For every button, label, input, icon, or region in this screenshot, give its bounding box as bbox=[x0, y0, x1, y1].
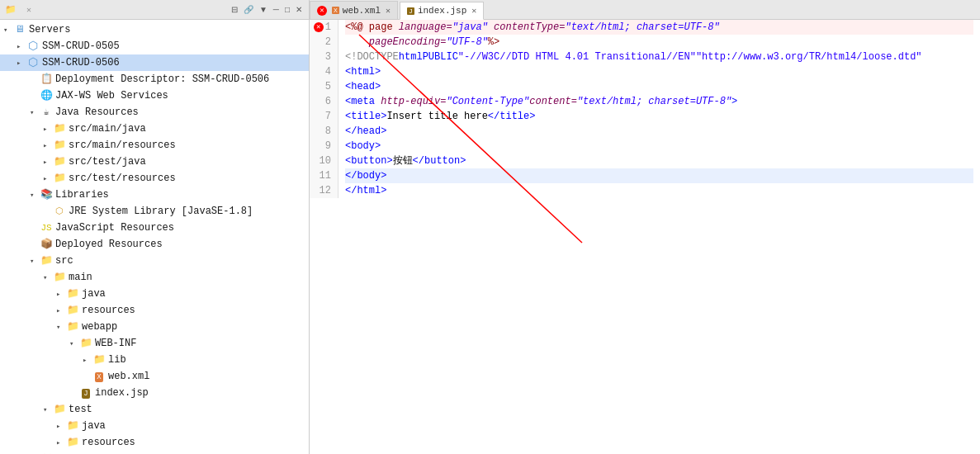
code-line-12: </html> bbox=[345, 183, 973, 198]
tree-item-label: src/test/resources bbox=[69, 173, 176, 184]
line-number-10: 10 bbox=[313, 154, 334, 168]
tree-item-web-xml[interactable]: Xweb.xml bbox=[0, 368, 309, 385]
html-close-tag: </html> bbox=[345, 183, 386, 198]
tree-item-src-test-java[interactable]: ▸📁src/test/java bbox=[0, 154, 309, 170]
tree-item-label: Java Resources bbox=[55, 106, 139, 118]
tree-item-label: webapp bbox=[82, 321, 117, 333]
doctype-comment: <!DOCTYPE bbox=[345, 50, 399, 64]
tree-item-label: resources bbox=[82, 305, 135, 316]
code-line-9: <body> bbox=[345, 139, 973, 154]
tree-item-icon-folder: 📁 bbox=[53, 139, 66, 152]
panel-toolbar: ⊟ 🔗 ▼ ─ □ ✕ bbox=[230, 5, 304, 15]
tree-item-js-resources[interactable]: JSJavaScript Resources bbox=[0, 220, 309, 236]
tree-item-index-jsp[interactable]: Jindex.jsp bbox=[0, 385, 309, 401]
tree-item-icon-deploy: 📋 bbox=[40, 73, 53, 86]
tree-expand-arrow: ▾ bbox=[43, 273, 53, 282]
tree-item-label: src/main/resources bbox=[69, 140, 176, 151]
tree-item-label: src/main/java bbox=[69, 123, 146, 135]
tree-item-test-java[interactable]: ▸📁java bbox=[0, 418, 309, 434]
code-line-4: <html> bbox=[345, 64, 973, 79]
minimize-button[interactable]: ─ bbox=[272, 5, 281, 15]
code-lines: <%@ page language="java" contentType="te… bbox=[339, 20, 980, 198]
tree-item-label: SSM-CRUD-0506 bbox=[42, 57, 120, 69]
tree-item-icon-folder: 📁 bbox=[79, 337, 92, 350]
tree-item-test[interactable]: ▾📁test bbox=[0, 401, 309, 418]
tab-close-button[interactable]: ✕ bbox=[386, 6, 391, 16]
tree-item-icon-xml: X bbox=[92, 370, 106, 383]
tree-expand-arrow: ▸ bbox=[83, 356, 92, 365]
panel-close-icon: ✕ bbox=[26, 5, 31, 15]
menu-button[interactable]: ▼ bbox=[258, 5, 269, 15]
tree-item-icon-folder: 📁 bbox=[53, 172, 66, 185]
tree-item-ssm-0506[interactable]: ▸⬡SSM-CRUD-0506 bbox=[0, 54, 309, 71]
tree-item-label: SSM-CRUD-0505 bbox=[42, 40, 120, 52]
tree-item-web-inf[interactable]: ▾📁WEB-INF bbox=[0, 335, 309, 352]
line-number-8: 8 bbox=[313, 124, 334, 139]
tree-item-deployment-descriptor[interactable]: 📋Deployment Descriptor: SSM-CRUD-0506 bbox=[0, 71, 309, 87]
tree-item-label: java bbox=[82, 288, 106, 300]
line-error-badge: ✕ bbox=[314, 22, 324, 32]
head-close-tag: </head> bbox=[345, 124, 386, 139]
tree-item-label: src/test/java bbox=[69, 156, 146, 168]
line-number-2: 2 bbox=[313, 35, 334, 50]
tree-item-icon-folder: 📁 bbox=[53, 155, 66, 168]
tree-item-label: index.jsp bbox=[95, 387, 149, 399]
maximize-button[interactable]: □ bbox=[283, 5, 291, 15]
attr-page-encoding: pageEncoding="UTF-8" bbox=[345, 35, 488, 50]
collapse-all-button[interactable]: ⊟ bbox=[230, 5, 239, 15]
tree-item-jre[interactable]: ⬡JRE System Library [JavaSE-1.8] bbox=[0, 203, 309, 220]
panel-icon: 📁 bbox=[5, 4, 17, 15]
link-editor-button[interactable]: 🔗 bbox=[242, 5, 255, 15]
panel-title: 📁 ✕ bbox=[5, 4, 31, 15]
code-editor[interactable]: ✕123456789101112 <%@ page language="java… bbox=[310, 20, 980, 198]
tab-icon-jsp: J bbox=[407, 7, 414, 16]
line-number-4: 4 bbox=[313, 64, 334, 79]
html-tag: <html> bbox=[345, 64, 381, 79]
body-tag: <body> bbox=[345, 139, 381, 154]
title-tag: <title> bbox=[345, 109, 386, 124]
tab-close-button[interactable]: ✕ bbox=[471, 6, 476, 16]
tree-expand-arrow: ▾ bbox=[56, 323, 66, 332]
tree-item-icon-folder: 📁 bbox=[66, 287, 79, 300]
tree-item-icon-libraries: 📚 bbox=[40, 188, 53, 201]
tree-expand-arrow: ▸ bbox=[17, 59, 26, 68]
project-explorer-panel: 📁 ✕ ⊟ 🔗 ▼ ─ □ ✕ ▾🖥Servers▸⬡SSM-CRUD-0505… bbox=[0, 0, 310, 454]
tree-item-servers[interactable]: ▾🖥Servers bbox=[0, 21, 309, 38]
close-button[interactable]: ✕ bbox=[294, 5, 304, 15]
tree-item-main[interactable]: ▾📁main bbox=[0, 269, 309, 286]
line-number-11: 11 bbox=[313, 168, 334, 183]
code-line-11: </body> bbox=[345, 168, 973, 183]
tree-expand-arrow: ▸ bbox=[43, 125, 53, 134]
code-line-5: <head> bbox=[345, 79, 973, 94]
tree-item-resources[interactable]: ▸📁resources bbox=[0, 302, 309, 319]
tree-item-webapp[interactable]: ▾📁webapp bbox=[0, 319, 309, 335]
tree-item-src[interactable]: ▾📁src bbox=[0, 253, 309, 269]
tree-item-target[interactable]: ▸📁target bbox=[0, 451, 309, 454]
tree-expand-arrow: ▾ bbox=[30, 257, 40, 266]
body-close-tag: </body> bbox=[345, 168, 386, 183]
tree-expand-arrow: ▸ bbox=[56, 306, 66, 315]
tree-expand-arrow: ▸ bbox=[43, 141, 53, 150]
tree-item-src-main-java[interactable]: ▸📁src/main/java bbox=[0, 121, 309, 137]
tab-icon-xml: X bbox=[332, 6, 339, 15]
tree-item-java-resources[interactable]: ▾☕Java Resources bbox=[0, 104, 309, 121]
editor-tab-index-jsp[interactable]: Jindex.jsp✕ bbox=[400, 2, 484, 20]
tree-item-src-test-resources[interactable]: ▸📁src/test/resources bbox=[0, 170, 309, 187]
tree-expand-arrow: ▾ bbox=[43, 405, 53, 414]
tree-item-src-main-resources[interactable]: ▸📁src/main/resources bbox=[0, 137, 309, 154]
tree-item-label: Servers bbox=[29, 24, 70, 35]
tree-item-icon-folder: 📁 bbox=[53, 271, 66, 284]
line-number-6: 6 bbox=[313, 94, 334, 109]
tree-item-test-resources[interactable]: ▸📁resources bbox=[0, 434, 309, 451]
tree-item-jax-ws[interactable]: 🌐JAX-WS Web Services bbox=[0, 87, 309, 104]
tree-item-libraries[interactable]: ▾📚Libraries bbox=[0, 187, 309, 203]
tree-item-ssm-0505[interactable]: ▸⬡SSM-CRUD-0505 bbox=[0, 38, 309, 54]
tree-item-java[interactable]: ▸📁java bbox=[0, 286, 309, 302]
tree-item-icon-folder: 📁 bbox=[53, 403, 66, 416]
tree-item-label: JAX-WS Web Services bbox=[55, 90, 168, 102]
tree-item-icon-webservice: 🌐 bbox=[40, 89, 53, 102]
editor-tab-web-xml[interactable]: ✕Xweb.xml✕ bbox=[310, 1, 398, 19]
tree-item-lib[interactable]: ▸📁lib bbox=[0, 352, 309, 368]
tree-item-deployed-resources[interactable]: 📦Deployed Resources bbox=[0, 236, 309, 253]
button-tag: <button> bbox=[345, 154, 393, 168]
